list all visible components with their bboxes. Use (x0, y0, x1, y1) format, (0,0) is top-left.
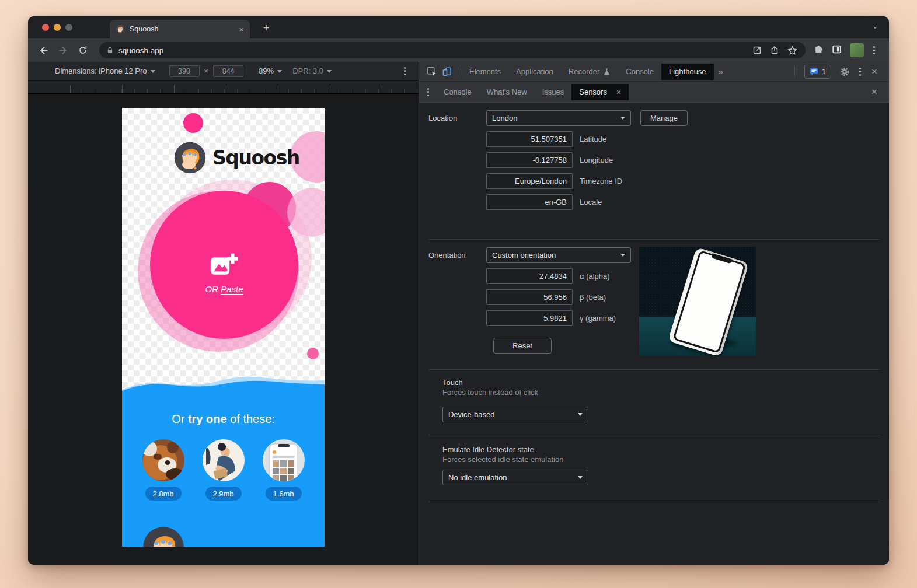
illustration-artwork (203, 439, 245, 481)
tab-strip: Squoosh × + ⌄ (28, 16, 889, 38)
window-controls (42, 24, 72, 31)
latitude-input[interactable] (486, 131, 573, 147)
feedback-count: 1 (822, 67, 826, 76)
tab-application[interactable]: Application (508, 64, 561, 80)
toolbar-separator (458, 66, 458, 77)
flask-icon (603, 68, 611, 75)
sample-red-panda[interactable]: 2.8mb (142, 439, 184, 501)
latitude-label: Latitude (580, 135, 606, 144)
add-image-icon[interactable] (210, 251, 238, 279)
extensions-puzzle-icon[interactable] (814, 44, 824, 57)
tab-recorder[interactable]: Recorder (561, 64, 618, 80)
drawer-tab-console[interactable]: Console (436, 84, 479, 100)
device-dimensions-dropdown[interactable]: Dimensions: iPhone 12 Pro (55, 66, 155, 75)
close-sensors-tab-icon[interactable]: × (616, 88, 621, 97)
red-panda-photo (142, 439, 184, 481)
orientation-phone-preview[interactable] (639, 247, 756, 356)
browser-menu-kebab-icon[interactable] (872, 45, 876, 55)
manage-locations-button[interactable]: Manage (640, 110, 688, 126)
toolbar-separator (794, 66, 795, 77)
zoom-dropdown[interactable]: 89% (259, 66, 282, 75)
back-button[interactable] (35, 42, 51, 58)
sensors-panel: Location London Manage Latitude Longitud… (419, 103, 889, 565)
dropdown-arrow-icon (327, 70, 332, 73)
new-tab-button[interactable]: + (259, 22, 273, 34)
devtools-menu-kebab-icon[interactable] (858, 66, 862, 77)
gamma-input[interactable] (486, 310, 573, 326)
touch-section: Touch Forces touch instead of click Devi… (442, 378, 588, 422)
sample-size-badge: 2.8mb (145, 487, 182, 501)
tab-overflow-chevron-icon[interactable]: ⌄ (871, 21, 878, 30)
tab-elements[interactable]: Elements (462, 64, 508, 80)
dropdown-arrow-icon (620, 117, 625, 120)
device-toolbar-toggle-icon[interactable] (439, 64, 454, 79)
drawer-tab-sensors[interactable]: Sensors × (571, 84, 629, 100)
pink-dot-small (307, 348, 319, 359)
device-toolbar-kebab-icon[interactable] (403, 66, 407, 76)
squoosh-logo: Squoosh (173, 141, 299, 174)
dpr-dropdown[interactable]: DPR: 3.0 (292, 66, 332, 75)
orientation-preset-select[interactable]: Custom orientation (486, 247, 631, 263)
idle-subtitle: Forces selected idle state emulation (442, 455, 588, 464)
drawer-close-icon[interactable]: × (868, 86, 881, 98)
pink-dot-blob (183, 113, 203, 133)
alpha-input[interactable] (486, 268, 573, 284)
touch-select[interactable]: Device-based (442, 407, 588, 422)
drawer-tab-whats-new[interactable]: What's New (479, 84, 535, 100)
devtools-close-icon[interactable]: × (868, 66, 881, 78)
section-divider (428, 435, 880, 435)
inspect-element-icon[interactable] (424, 64, 439, 79)
reset-orientation-button[interactable]: Reset (493, 338, 552, 354)
sample-illustration[interactable]: 2.9mb (203, 439, 245, 501)
beta-input[interactable] (486, 289, 573, 305)
paste-link[interactable]: Paste (221, 284, 243, 294)
traffic-zoom-icon[interactable] (65, 24, 72, 31)
browser-tab[interactable]: Squoosh × (110, 20, 250, 38)
issues-feedback-button[interactable]: 1 (804, 65, 831, 79)
wave-decoration (122, 376, 325, 394)
dropdown-arrow-icon (578, 413, 583, 416)
location-section: Location London Manage Latitude Longitud… (428, 110, 688, 210)
longitude-input[interactable] (486, 152, 573, 168)
device-height-input[interactable]: 844 (213, 65, 243, 77)
bookmark-star-icon[interactable] (786, 44, 799, 57)
reload-button[interactable] (75, 42, 91, 58)
phone-screenshot (263, 439, 305, 481)
more-tabs-icon[interactable]: » (714, 66, 728, 76)
drawer-kebab-icon[interactable] (426, 87, 430, 97)
section-divider (428, 502, 880, 502)
alpha-label: α (alpha) (580, 272, 610, 281)
location-label: Location (428, 110, 486, 123)
forward-button[interactable] (55, 42, 71, 58)
profile-avatar[interactable] (850, 43, 864, 57)
traffic-minimize-icon[interactable] (54, 24, 61, 31)
timezone-input[interactable] (486, 173, 573, 189)
lock-icon (106, 46, 114, 54)
settings-gear-icon[interactable] (837, 64, 852, 79)
browser-actions (814, 43, 876, 57)
drawer-tab-issues[interactable]: Issues (535, 84, 572, 100)
tab-close-icon[interactable]: × (239, 25, 244, 34)
address-bar[interactable]: squoosh.app (99, 42, 806, 58)
squoosh-wordmark: Squoosh (212, 146, 299, 169)
location-preset-select[interactable]: London (486, 110, 631, 126)
locale-label: Locale (580, 198, 602, 206)
device-ruler (28, 80, 419, 94)
drawer-tab-bar: Console What's New Issues Sensors × × (419, 82, 889, 103)
traffic-close-icon[interactable] (42, 24, 49, 31)
side-panel-icon[interactable] (832, 44, 842, 57)
idle-select[interactable]: No idle emulation (442, 470, 588, 485)
sample-phone-screenshot[interactable]: 1.6mb (263, 439, 305, 501)
open-in-window-icon[interactable] (751, 44, 763, 57)
locale-input[interactable] (486, 194, 573, 210)
tab-lighthouse[interactable]: Lighthouse (661, 64, 714, 80)
url-text: squoosh.app (118, 46, 746, 55)
share-icon[interactable] (768, 44, 781, 57)
sample-size-badge: 2.9mb (205, 487, 242, 501)
tab-console[interactable]: Console (618, 64, 661, 80)
device-width-input[interactable]: 390 (169, 65, 200, 77)
squoosh-favicon-icon (116, 24, 125, 34)
squoosh-hand-orange-icon (173, 141, 207, 174)
dropdown-arrow-icon (151, 70, 155, 73)
url-bar: squoosh.app (28, 38, 889, 62)
